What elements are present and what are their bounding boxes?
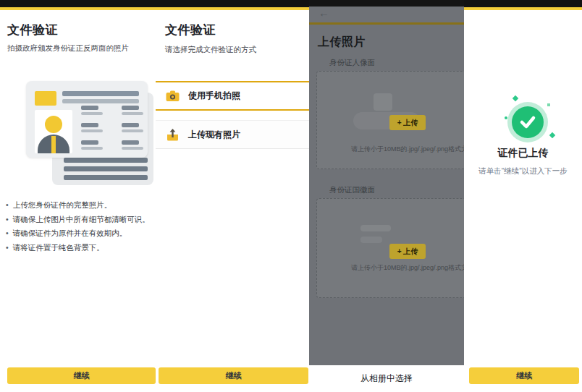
card-flag-chip [35, 91, 56, 106]
card-field-line [81, 123, 98, 127]
continue-button-instructions[interactable]: 继续 [7, 367, 156, 384]
upload-icon [166, 128, 180, 141]
success-check-icon [507, 102, 548, 142]
id-card-illustration [0, 72, 156, 188]
card-field-line [122, 140, 139, 145]
card-field-line [81, 147, 103, 150]
dimmed-accent-line [309, 22, 464, 25]
page-subtitle: 拍摄政府颁发身份证正反两面的照片 [7, 43, 129, 54]
upload-back-button[interactable]: + 上传 [389, 244, 426, 259]
page-title: 文件验证 [7, 22, 58, 38]
id-front-label: 身份证人像面 [329, 58, 375, 68]
upload-front-hint: 请上传小于10MB的.jpg/.jpeg/.png格式文件 [351, 145, 464, 154]
upload-page-title: 上传照片 [318, 35, 366, 50]
portrait-head [45, 116, 62, 133]
option-upload-existing[interactable]: 上传现有照片 [156, 120, 309, 149]
instruction-item: •请确保证件为原件并在有效期内。 [6, 226, 153, 241]
card-field-line [122, 123, 139, 127]
bullet-dot: • [6, 198, 9, 213]
upload-back-hint: 请上传小于10MB的.jpg/.jpeg/.png格式文件 [351, 263, 464, 273]
ghost-graphic [360, 225, 391, 231]
camera-icon [166, 90, 180, 103]
instruction-text: 上传您身份证件的完整照片。 [13, 198, 112, 213]
sparkle-icon [547, 103, 550, 106]
page-title: 文件验证 [165, 22, 216, 38]
ghost-graphic [360, 237, 382, 243]
card-field-line [81, 129, 103, 132]
card-field-line [122, 112, 143, 115]
card-field-line [81, 140, 98, 145]
kyc-verification-screen: 文件验证 拍摄政府颁发身份证正反两面的照片 [0, 0, 582, 392]
bullet-dot: • [6, 241, 9, 255]
card-header-line [62, 91, 139, 96]
card-text-line [64, 175, 148, 180]
page-subtitle: 请选择完成文件验证的方式 [165, 45, 256, 55]
instruction-text: 请将证件置于纯色背景下。 [13, 241, 104, 255]
panel-upload-success: 证件已上传 请单击“继续”以进入下一步 [464, 0, 582, 365]
bullet-dot: • [6, 226, 9, 241]
instruction-list: •上传您身份证件的完整照片。 •请确保上传图片中所有细节都清晰可识。 •请确保证… [6, 198, 153, 255]
upload-front-button[interactable]: + 上传 [389, 115, 426, 130]
card-field-line [81, 106, 98, 110]
card-field-line [122, 129, 143, 132]
instruction-text: 请确保上传图片中所有细节都清晰可识。 [13, 213, 150, 227]
bullet-dot: • [6, 213, 9, 227]
choose-from-album-button[interactable]: 从相册中选择 [309, 365, 464, 392]
card-field-line [122, 147, 143, 150]
ghost-graphic [374, 93, 392, 111]
continue-button-success[interactable]: 继续 [469, 367, 579, 384]
instruction-item: •上传您身份证件的完整照片。 [6, 198, 153, 213]
back-arrow-icon[interactable]: ← [319, 7, 329, 20]
sparkle-icon [549, 132, 555, 138]
sparkle-icon [513, 95, 518, 101]
top-black-bar [309, 0, 464, 7]
success-subtitle: 请单击“继续”以进入下一步 [464, 166, 582, 176]
card-text-line [64, 158, 148, 163]
instruction-item: •请确保上传图片中所有细节都清晰可识。 [6, 213, 153, 227]
instruction-text: 请确保证件为原件并在有效期内。 [13, 226, 127, 241]
panel-document-instructions: 文件验证 拍摄政府颁发身份证正反两面的照片 [0, 0, 156, 365]
portrait-tie [51, 136, 56, 153]
card-field-line [81, 112, 103, 115]
card-field-line [122, 106, 139, 110]
card-text-line [64, 166, 148, 171]
id-card-front-graphic [26, 81, 148, 158]
success-title: 证件已上传 [464, 147, 582, 160]
id-back-label: 身份证国徽面 [329, 185, 375, 195]
option-label: 上传现有照片 [188, 129, 240, 141]
option-take-photo[interactable]: 使用手机拍照 [156, 81, 309, 111]
card-header-line [62, 99, 139, 103]
sparkle-icon [505, 116, 507, 119]
continue-button-method[interactable]: 继续 [159, 367, 308, 384]
panel-upload-photos-dimmed: ← 上传照片 身份证人像面 + 上传 请上传小于10MB的.jpg/.jpeg/… [309, 0, 464, 365]
check-circle [512, 106, 544, 138]
card-portrait [35, 110, 72, 153]
option-label: 使用手机拍照 [188, 90, 240, 102]
panel-verification-method: 文件验证 请选择完成文件验证的方式 使用手机拍照 上 [156, 0, 309, 365]
instruction-item: •请将证件置于纯色背景下。 [6, 241, 153, 255]
